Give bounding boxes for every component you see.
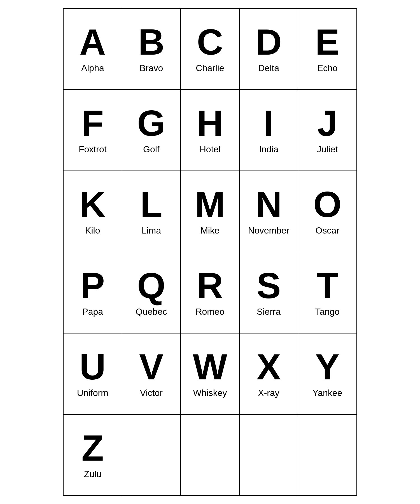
cell-empty-29 — [298, 415, 357, 496]
nato-alphabet-grid: AAlphaBBravoCCharlieDDeltaEEchoFFoxtrotG… — [63, 8, 357, 496]
name-whiskey: Whiskey — [193, 388, 227, 398]
cell-t: TTango — [298, 252, 357, 333]
letter-s: S — [256, 267, 281, 304]
cell-k: KKilo — [64, 171, 122, 252]
name-victor: Victor — [140, 388, 163, 398]
letter-j: J — [317, 105, 337, 141]
name-uniform: Uniform — [77, 388, 108, 398]
cell-d: DDelta — [240, 9, 298, 90]
letter-w: W — [193, 349, 227, 385]
name-foxtrot: Foxtrot — [79, 144, 107, 155]
cell-i: IIndia — [240, 90, 298, 171]
letter-y: Y — [315, 349, 340, 385]
letter-f: F — [81, 105, 104, 141]
letter-g: G — [137, 105, 165, 141]
name-zulu: Zulu — [84, 469, 101, 479]
cell-q: QQuebec — [122, 252, 181, 333]
name-golf: Golf — [143, 144, 160, 155]
cell-empty-28 — [240, 415, 298, 496]
letter-q: Q — [137, 267, 165, 304]
cell-r: RRomeo — [181, 252, 240, 333]
letter-z: Z — [81, 430, 104, 466]
cell-s: SSierra — [240, 252, 298, 333]
name-alpha: Alpha — [81, 63, 104, 73]
letter-r: R — [197, 267, 223, 304]
letter-i: I — [264, 105, 274, 141]
letter-l: L — [140, 186, 162, 223]
name-papa: Papa — [82, 307, 103, 317]
cell-u: UUniform — [64, 333, 122, 415]
letter-p: P — [80, 267, 105, 304]
name-charlie: Charlie — [196, 63, 224, 73]
name-juliet: Juliet — [317, 144, 338, 155]
cell-m: MMike — [181, 171, 240, 252]
name-oscar: Oscar — [316, 225, 339, 236]
cell-l: LLima — [122, 171, 181, 252]
name-tango: Tango — [315, 307, 340, 317]
letter-h: H — [197, 105, 223, 141]
name-quebec: Quebec — [136, 307, 167, 317]
letter-m: M — [195, 186, 225, 223]
name-november: November — [248, 225, 290, 236]
cell-g: GGolf — [122, 90, 181, 171]
cell-f: FFoxtrot — [64, 90, 122, 171]
cell-j: JJuliet — [298, 90, 357, 171]
name-mike: Mike — [200, 225, 220, 236]
cell-p: PPapa — [64, 252, 122, 333]
letter-v: V — [139, 349, 164, 385]
cell-n: NNovember — [240, 171, 298, 252]
name-sierra: Sierra — [257, 307, 281, 317]
name-xray: X-ray — [258, 388, 279, 398]
name-bravo: Bravo — [140, 63, 163, 73]
letter-o: O — [313, 186, 342, 223]
cell-e: EEcho — [298, 9, 357, 90]
name-india: India — [259, 144, 278, 155]
name-echo: Echo — [317, 63, 338, 73]
letter-x: X — [256, 349, 281, 385]
letter-d: D — [256, 24, 282, 60]
name-hotel: Hotel — [200, 144, 221, 155]
cell-empty-26 — [122, 415, 181, 496]
cell-a: AAlpha — [64, 9, 122, 90]
cell-x: XX-ray — [240, 333, 298, 415]
letter-k: K — [80, 186, 106, 223]
cell-o: OOscar — [298, 171, 357, 252]
name-delta: Delta — [258, 63, 279, 73]
cell-w: WWhiskey — [181, 333, 240, 415]
name-kilo: Kilo — [85, 225, 100, 236]
name-yankee: Yankee — [312, 388, 342, 398]
name-lima: Lima — [142, 225, 161, 236]
name-romeo: Romeo — [195, 307, 224, 317]
letter-b: B — [138, 24, 164, 60]
letter-t: T — [316, 267, 338, 304]
letter-n: N — [256, 186, 282, 223]
cell-empty-27 — [181, 415, 240, 496]
letter-u: U — [80, 349, 106, 385]
cell-h: HHotel — [181, 90, 240, 171]
cell-c: CCharlie — [181, 9, 240, 90]
cell-y: YYankee — [298, 333, 357, 415]
letter-e: E — [315, 24, 340, 60]
cell-b: BBravo — [122, 9, 181, 90]
letter-a: A — [80, 24, 106, 60]
letter-c: C — [197, 24, 223, 60]
cell-v: VVictor — [122, 333, 181, 415]
cell-z: ZZulu — [64, 415, 122, 496]
